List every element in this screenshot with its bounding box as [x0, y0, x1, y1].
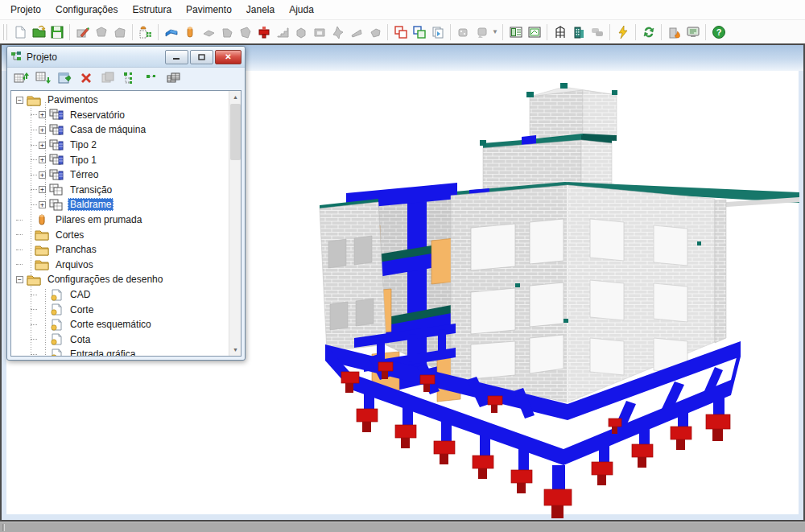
- tree-item-tipo-1[interactable]: + Tipo 1: [11, 152, 228, 167]
- slab-tool-icon[interactable]: [199, 23, 217, 41]
- plate-tool-icon[interactable]: [365, 23, 384, 41]
- update-model-icon[interactable]: [639, 23, 658, 41]
- tree-item-cota[interactable]: Cota: [11, 332, 228, 348]
- summary-table-icon[interactable]: [506, 23, 525, 41]
- process-structure-icon[interactable]: [613, 23, 632, 41]
- beam-tool-icon[interactable]: [162, 23, 180, 41]
- tree-item-pranchas[interactable]: Pranchas: [11, 242, 228, 258]
- floor-plan-icon: [49, 154, 64, 166]
- report-viewer-icon[interactable]: [683, 23, 702, 41]
- tree-item-entrada-grafica[interactable]: Entrada gráfica: [11, 347, 228, 357]
- drawing-config-icon: [49, 319, 64, 331]
- building-3d-icon[interactable]: [569, 23, 588, 41]
- tree-item-corte[interactable]: Corte: [11, 302, 228, 317]
- edit-properties-a-icon[interactable]: [92, 23, 110, 41]
- edit-elements-icon[interactable]: [73, 23, 92, 41]
- project-window-title: Projeto: [27, 52, 163, 63]
- fire-check-icon[interactable]: [665, 23, 683, 41]
- tree-label: Baldrame: [68, 198, 114, 211]
- tree-expander[interactable]: +: [39, 111, 46, 118]
- tree-scrollbar[interactable]: ▲ ▼: [229, 91, 241, 356]
- tree-expander[interactable]: +: [39, 171, 46, 179]
- tree-item-transicao[interactable]: + Transição: [11, 183, 228, 198]
- tree-label: Cota: [68, 333, 93, 346]
- tree-item-baldrame[interactable]: + Baldrame: [11, 197, 228, 212]
- tree-expander[interactable]: −: [16, 97, 23, 104]
- tree-label: Casa de máquina: [68, 123, 148, 136]
- scroll-down-icon[interactable]: ▼: [229, 344, 242, 356]
- tree-item-corte-esquematico[interactable]: Corte esquemático: [11, 317, 228, 332]
- toolbar-grip[interactable]: [3, 24, 7, 40]
- collapse-tree-icon[interactable]: [142, 69, 161, 87]
- save-project-icon[interactable]: [47, 23, 66, 41]
- tree-item-casa-de-maquina[interactable]: + Casa de máquina: [11, 122, 228, 138]
- launch-columns-icon[interactable]: [136, 23, 155, 41]
- column-tool-icon[interactable]: [180, 23, 199, 41]
- opening-tool-icon[interactable]: [310, 23, 328, 41]
- tree-label: Cortes: [53, 229, 86, 241]
- batch-tool-1-icon[interactable]: [454, 23, 473, 41]
- floor-plan-icon: [49, 124, 64, 136]
- menu-projeto[interactable]: Projeto: [3, 1, 48, 19]
- tree-label: Entrada gráfica: [68, 348, 138, 357]
- close-button[interactable]: ✕: [215, 50, 242, 64]
- folder-icon: [27, 94, 41, 106]
- foundation-tool-icon[interactable]: [254, 23, 273, 41]
- import-floor-icon[interactable]: [55, 69, 74, 87]
- tree-item-configuracoes-de-desenho[interactable]: − Configurações de desenho: [11, 272, 228, 287]
- tree-item-tipo-2[interactable]: + Tipo 2: [11, 138, 228, 153]
- tree-item-reservatorio[interactable]: + Reservatório: [11, 108, 228, 123]
- drawing-editor-icon[interactable]: [525, 23, 543, 41]
- tree-item-terreo[interactable]: + Térreo: [11, 167, 228, 183]
- tree-item-pavimentos[interactable]: − Pavimentos: [11, 93, 228, 108]
- node-tool-icon[interactable]: [328, 23, 347, 41]
- tree-label: Transição: [68, 184, 114, 196]
- help-icon[interactable]: ?: [709, 23, 728, 41]
- compare-drawings-icon[interactable]: [391, 23, 410, 41]
- floor-manager-icon[interactable]: [163, 69, 183, 87]
- restore-button[interactable]: [190, 50, 213, 64]
- wall-tool-icon[interactable]: [217, 23, 236, 41]
- panel-tool-icon[interactable]: [236, 23, 254, 41]
- expand-tree-icon[interactable]: [120, 69, 139, 87]
- delete-item-icon[interactable]: [76, 69, 96, 87]
- tree-label: Configurações de desenho: [45, 273, 165, 286]
- edit-properties-b-icon[interactable]: [110, 23, 129, 41]
- batch-dropdown-icon[interactable]: ▼: [491, 23, 499, 41]
- project-window-titlebar[interactable]: Projeto ✕: [7, 47, 245, 68]
- duplicate-drawing-icon[interactable]: [428, 23, 447, 41]
- tree-expander[interactable]: +: [39, 156, 46, 163]
- main-toolbar: ▼ ?: [0, 20, 805, 43]
- copy-floor-icon[interactable]: [98, 69, 118, 87]
- tree-expander[interactable]: −: [16, 276, 23, 283]
- block-tool-icon[interactable]: [291, 23, 310, 41]
- ramp-tool-icon[interactable]: [347, 23, 365, 41]
- menu-ajuda[interactable]: Ajuda: [282, 1, 321, 19]
- add-floor-above-icon[interactable]: [11, 69, 31, 87]
- tree-expander[interactable]: +: [39, 142, 46, 149]
- tree-label: Corte: [68, 303, 96, 316]
- menu-configuracoes[interactable]: Configurações: [48, 1, 125, 19]
- tree-label: Corte esquemático: [68, 318, 154, 331]
- tree-expander[interactable]: +: [39, 186, 46, 193]
- tree-item-arquivos[interactable]: Arquivos: [11, 258, 228, 273]
- menu-janela[interactable]: Janela: [239, 1, 282, 19]
- open-project-icon[interactable]: [29, 23, 47, 41]
- tree-item-pilares-em-prumada[interactable]: Pilares em prumada: [11, 212, 228, 228]
- tree-expander[interactable]: +: [39, 201, 46, 208]
- menu-estrutura[interactable]: Estrutura: [125, 1, 179, 19]
- new-drawing-icon[interactable]: [10, 23, 29, 41]
- menu-pavimento[interactable]: Pavimento: [179, 1, 239, 19]
- tree-item-cad[interactable]: CAD: [11, 287, 228, 303]
- minimize-button[interactable]: [165, 50, 188, 64]
- scroll-thumb[interactable]: [230, 104, 241, 160]
- tree-item-cortes[interactable]: Cortes: [11, 227, 228, 242]
- merge-drawings-icon[interactable]: [410, 23, 428, 41]
- scroll-up-icon[interactable]: ▲: [229, 91, 242, 103]
- add-floor-below-icon[interactable]: [33, 69, 52, 87]
- structure-wireframe-icon[interactable]: [551, 23, 569, 41]
- tree-expander[interactable]: +: [39, 126, 46, 134]
- batch-tool-2-icon[interactable]: [473, 23, 491, 41]
- messages-icon[interactable]: [588, 23, 606, 41]
- stair-tool-icon[interactable]: [273, 23, 291, 41]
